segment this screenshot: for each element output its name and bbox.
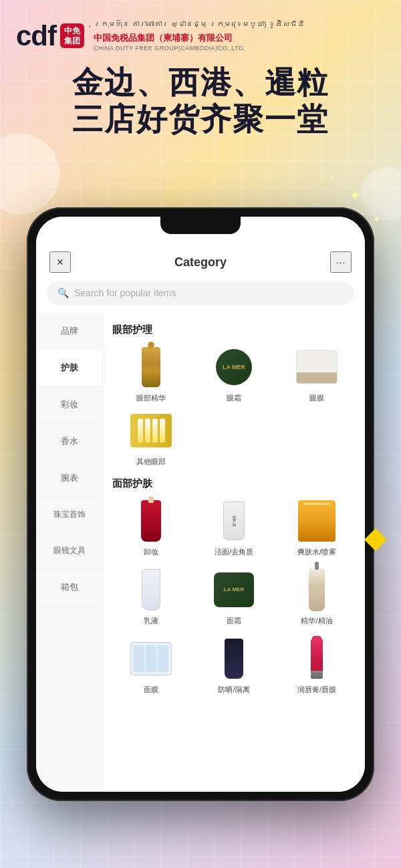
sidebar-item-glasses[interactable]: 眼镜文具 [36,533,102,569]
face-wash-shape: SK-II [223,502,245,540]
face-cream-shape: LA MER [214,572,254,607]
lotion-shape [142,569,160,611]
header-area: cdf 中免 集团 ក្រុមហ៊ុន តារាណាគារ ស្ថានថ្ម ក… [0,0,401,160]
face-care-grid-2: 乳液 LA MER 面霜 [112,567,356,625]
sidebar: 品牌 护肤 彩妆 香水 腕表 珠宝首饰 眼镜文具 箱包 [36,313,103,792]
star-deco-1: ✦ [349,187,361,205]
english-sub: CHINA DUTY FREE GROUP(CAMBODIA)CO.,LTD. [94,44,305,53]
main-content: 眼部护理 眼部精华 LA MER [103,313,365,792]
sidebar-item-perfume[interactable]: 香水 [36,423,102,460]
brand-subtitle: ក្រុមហ៊ុន តារាណាគារ ស្ថានថ្ម ក្រុម (ខេមប… [94,19,305,53]
product-essence[interactable]: 精华/精油 [278,567,356,625]
cdf-badge: 中免 集团 [60,23,84,48]
product-cleanse[interactable]: 卸妆 [112,498,190,556]
search-icon: 🔍 [57,288,69,298]
product-eye-mask[interactable]: 眼膜 [278,344,356,403]
hero-line-2: 三店好货齐聚一堂 [16,101,385,138]
eye-serum-label: 眼部精华 [136,393,166,403]
essence-img [294,567,340,613]
cleanse-shape [141,500,161,542]
product-sunscreen[interactable]: 防晒/隔离 [195,636,273,694]
face-care-grid-1: 卸妆 SK-II 洁面/去角质 [112,498,356,556]
eye-mask-shape [296,350,338,384]
star-deco-3: ✦ [329,174,334,181]
brand-row: cdf 中免 集团 ក្រុមហ៊ុន តារាណាគារ ស្ថានថ្ម ក… [16,19,385,53]
lip-shape [311,639,323,679]
hero-text: 金边、西港、暹粒 三店好货齐聚一堂 [16,64,385,138]
eye-cream-shape: LA MER [216,349,252,385]
app-header-title: Category [174,255,227,269]
eye-care-grid: 眼部精华 LA MER 眼霜 [112,344,356,467]
phone-notch [160,217,241,234]
eye-cream-img: LA MER [211,344,257,390]
sidebar-item-brand[interactable]: 品牌 [36,313,102,350]
lotion-img [128,567,174,613]
face-wash-img: SK-II [211,498,257,544]
product-eye-cream[interactable]: LA MER 眼霜 [195,344,273,403]
product-toner[interactable]: 爽肤水/喷雾 [278,498,356,556]
sidebar-item-bags[interactable]: 箱包 [36,569,102,606]
sidebar-item-makeup[interactable]: 彩妆 [36,387,102,423]
phone-frame: × Category ··· 🔍 Search for popular item… [27,207,374,801]
other-eye-shape [130,414,172,447]
sidebar-item-skincare[interactable]: 护肤 [36,350,102,387]
other-eye-img [128,408,174,453]
toner-img [294,498,340,544]
product-face-wash[interactable]: SK-II 洁面/去角质 [195,498,273,556]
khmer-text: ក្រុមហ៊ុន តារាណាគារ ស្ថានថ្ម ក្រុម (ខេមប… [94,19,305,30]
hero-line-1: 金边、西港、暹粒 [16,64,385,101]
sunscreen-img [211,636,257,681]
face-cream-img: LA MER [211,567,257,613]
eye-cream-label: 眼霜 [227,393,241,403]
face-wash-label: 洁面/去角质 [215,547,253,556]
eye-serum-shape [142,347,160,387]
sunscreen-shape [225,639,243,679]
cdf-logo: cdf 中免 集团 [16,22,84,50]
product-eye-serum[interactable]: 眼部精华 [112,344,190,403]
product-face-mask[interactable]: 面膜 [112,636,190,694]
phone-screen: × Category ··· 🔍 Search for popular item… [36,217,365,792]
sidebar-item-jewelry[interactable]: 珠宝首饰 [36,497,102,533]
face-mask-img [128,636,174,681]
sunscreen-label: 防晒/隔离 [218,685,249,694]
close-button[interactable]: × [49,251,71,273]
cleanse-img [128,498,174,544]
cleanse-label: 卸妆 [144,547,158,556]
eye-mask-img [294,344,340,390]
search-bar[interactable]: 🔍 Search for popular items [47,281,354,305]
face-care-section-header: 面部护肤 [112,477,356,490]
product-face-cream[interactable]: LA MER 面霜 [195,567,273,625]
sidebar-item-watch[interactable]: 腕表 [36,460,102,497]
essence-shape [309,568,325,611]
product-lotion[interactable]: 乳液 [112,567,190,625]
eye-serum-img [128,344,174,390]
face-mask-shape [130,642,172,675]
eye-mask-label: 眼膜 [309,393,324,403]
lip-label: 润唇膏/唇膜 [297,685,336,694]
toner-shape [298,500,336,542]
lip-img [294,636,340,681]
more-button[interactable]: ··· [330,251,352,273]
face-mask-label: 面膜 [144,685,158,694]
face-care-grid-3: 面膜 防晒/隔离 [112,636,356,694]
star-deco-2: ✦ [373,214,381,225]
essence-label: 精华/精油 [301,616,332,625]
lotion-label: 乳液 [144,616,158,625]
face-cream-label: 面霜 [227,616,241,625]
eye-care-section-header: 眼部护理 [112,324,356,336]
chinese-full: 中国免税品集团（柬埔寨）有限公司 [94,31,305,45]
phone-container: × Category ··· 🔍 Search for popular item… [27,207,374,801]
product-lip[interactable]: 润唇膏/唇膜 [278,636,356,694]
toner-label: 爽肤水/喷雾 [297,547,336,556]
cdf-text: cdf [16,22,56,50]
content-body: 品牌 护肤 彩妆 香水 腕表 珠宝首饰 眼镜文具 箱包 眼部护理 [36,313,365,792]
product-other-eye[interactable]: 其他眼部 [112,408,190,466]
other-eye-label: 其他眼部 [136,457,166,466]
search-placeholder-text: Search for popular items [74,288,176,298]
